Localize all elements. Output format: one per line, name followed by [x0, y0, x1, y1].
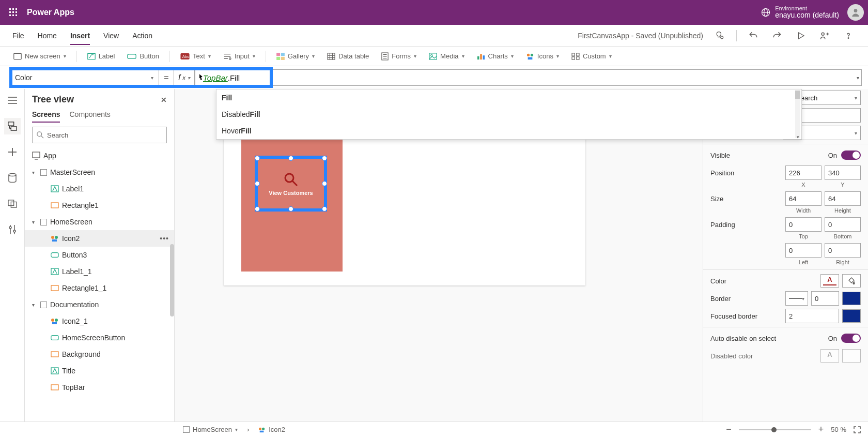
tab-components[interactable]: Components: [69, 110, 110, 123]
tree-scroll-thumb[interactable]: [170, 244, 174, 317]
tree-node-label1-1[interactable]: Label1_1: [25, 263, 174, 280]
tree-node-homescreen[interactable]: ▾ HomeScreen: [25, 214, 174, 230]
tree-node-background[interactable]: Background: [25, 346, 174, 363]
ribbon-label[interactable]: Label: [83, 50, 119, 62]
resize-handle[interactable]: [288, 206, 293, 212]
selected-icon2[interactable]: View Customers: [255, 156, 327, 212]
zoom-slider-knob[interactable]: [771, 427, 777, 432]
fit-screen-icon[interactable]: [854, 426, 861, 433]
prop-pad-right[interactable]: 0: [825, 243, 861, 258]
avatar[interactable]: [847, 4, 864, 21]
menu-home[interactable]: Home: [38, 26, 57, 45]
tree-node-app[interactable]: App: [25, 147, 174, 164]
rail-data-icon[interactable]: [4, 170, 21, 186]
autocomplete-scroll-thumb[interactable]: [795, 91, 800, 99]
environment-picker[interactable]: Environment enayu.com (default): [761, 5, 839, 19]
resize-handle[interactable]: [288, 156, 293, 161]
ribbon-custom[interactable]: Custom ▾: [567, 50, 616, 62]
prop-disabled-color-swatch[interactable]: A: [820, 349, 839, 363]
resize-handle[interactable]: [255, 181, 260, 186]
checkbox[interactable]: [40, 219, 47, 225]
prop-focused-border-width[interactable]: 2: [785, 309, 839, 323]
rail-insert-icon[interactable]: [4, 144, 21, 160]
autocomplete-option-disabledfill[interactable]: DisabledFill: [216, 106, 801, 123]
prop-size-w[interactable]: 64: [785, 191, 822, 206]
ribbon-forms[interactable]: Forms ▾: [377, 50, 421, 63]
prop-pad-bottom[interactable]: 0: [825, 217, 861, 232]
prop-visible-toggle[interactable]: [841, 150, 861, 160]
rail-media-icon[interactable]: [4, 195, 21, 212]
ribbon-input[interactable]: Input ▾: [219, 50, 259, 62]
tree-node-icon2[interactable]: Icon2 •••: [25, 230, 174, 247]
tree-node-documentation[interactable]: ▾ Documentation: [25, 296, 174, 313]
resize-handle[interactable]: [322, 181, 327, 186]
ribbon-text[interactable]: Abc Text ▾: [176, 50, 215, 62]
resize-handle[interactable]: [322, 206, 327, 212]
prop-border-color-swatch[interactable]: [842, 292, 861, 305]
fx-button[interactable]: fx ▾: [174, 69, 195, 86]
ribbon-media[interactable]: Media ▾: [425, 50, 468, 62]
formula-input[interactable]: TopBar.Fill ▾: [195, 69, 862, 86]
waffle-icon[interactable]: [4, 3, 23, 22]
ribbon-charts[interactable]: Charts ▾: [473, 50, 518, 62]
menu-insert[interactable]: Insert: [70, 26, 90, 45]
ribbon-icons[interactable]: Icons ▾: [522, 50, 563, 62]
ribbon-new-screen[interactable]: New screen ▾: [9, 50, 70, 62]
resize-handle[interactable]: [255, 206, 260, 212]
ribbon-button[interactable]: Button: [123, 50, 163, 62]
prop-position-x[interactable]: 226: [785, 165, 822, 180]
ribbon-gallery[interactable]: Gallery ▾: [272, 50, 319, 62]
prop-focused-border-color-swatch[interactable]: [842, 309, 861, 323]
chevron-down-icon[interactable]: ▾: [32, 219, 37, 225]
menu-view[interactable]: View: [103, 26, 119, 45]
chevron-down-icon[interactable]: ▾: [857, 75, 859, 81]
tree-node-topbar[interactable]: TopBar: [25, 379, 174, 396]
redo-icon[interactable]: [770, 28, 784, 43]
resize-handle[interactable]: [322, 156, 327, 161]
checkbox[interactable]: [183, 426, 190, 433]
prop-pad-top[interactable]: 0: [785, 217, 822, 232]
play-icon[interactable]: [794, 28, 808, 43]
share-icon[interactable]: [817, 28, 832, 43]
tree-node-icon2-1[interactable]: Icon2_1: [25, 313, 174, 329]
undo-icon[interactable]: [746, 28, 761, 43]
prop-position-y[interactable]: 340: [825, 165, 861, 180]
zoom-in-button[interactable]: +: [818, 424, 824, 435]
tree-search-input[interactable]: Search: [32, 127, 167, 143]
prop-border-style[interactable]: ▾: [785, 291, 808, 306]
zoom-slider[interactable]: [739, 429, 811, 430]
canvas-card[interactable]: View Customers: [241, 122, 343, 272]
breadcrumb-screen[interactable]: HomeScreen ▾: [183, 426, 238, 433]
prop-size-h[interactable]: 64: [825, 191, 861, 206]
chevron-down-icon[interactable]: ▾: [32, 170, 37, 175]
tree-node-rectangle1[interactable]: Rectangle1: [25, 197, 174, 214]
tree-node-masterscreen[interactable]: ▾ MasterScreen: [25, 164, 174, 180]
checkbox[interactable]: [40, 302, 47, 308]
chevron-down-icon[interactable]: ▾: [795, 134, 800, 140]
property-selector[interactable]: Color ▾: [9, 69, 159, 86]
prop-color-font-swatch[interactable]: A: [820, 274, 839, 288]
prop-color-fill-swatch[interactable]: [842, 274, 861, 288]
tree-node-rectangle1-1[interactable]: Rectangle1_1: [25, 280, 174, 296]
zoom-out-button[interactable]: −: [726, 424, 732, 435]
app-checker-icon[interactable]: [712, 28, 727, 43]
tree-node-button3[interactable]: Button3: [25, 247, 174, 263]
more-icon[interactable]: •••: [160, 234, 169, 243]
help-icon[interactable]: [841, 28, 856, 43]
resize-handle[interactable]: [255, 156, 260, 161]
menu-action[interactable]: Action: [132, 26, 152, 45]
rail-tools-icon[interactable]: [4, 221, 21, 238]
prop-auto-disable-toggle[interactable]: [841, 334, 861, 343]
chevron-down-icon[interactable]: ▾: [32, 302, 37, 308]
autocomplete-option-hoverfill[interactable]: HoverFill: [216, 123, 801, 139]
rail-hamburger-icon[interactable]: [4, 92, 21, 109]
ribbon-data-table[interactable]: Data table: [323, 50, 373, 62]
autocomplete-option-fill[interactable]: Fill: [216, 89, 801, 106]
tree-node-label1[interactable]: Label1: [25, 180, 174, 197]
menu-file[interactable]: File: [12, 26, 24, 45]
prop-pad-left[interactable]: 0: [785, 243, 822, 258]
tree-node-title[interactable]: Title: [25, 363, 174, 379]
prop-border-width[interactable]: 0: [811, 291, 839, 306]
breadcrumb-selected[interactable]: Icon2: [258, 426, 285, 433]
close-icon[interactable]: ✕: [161, 96, 167, 104]
